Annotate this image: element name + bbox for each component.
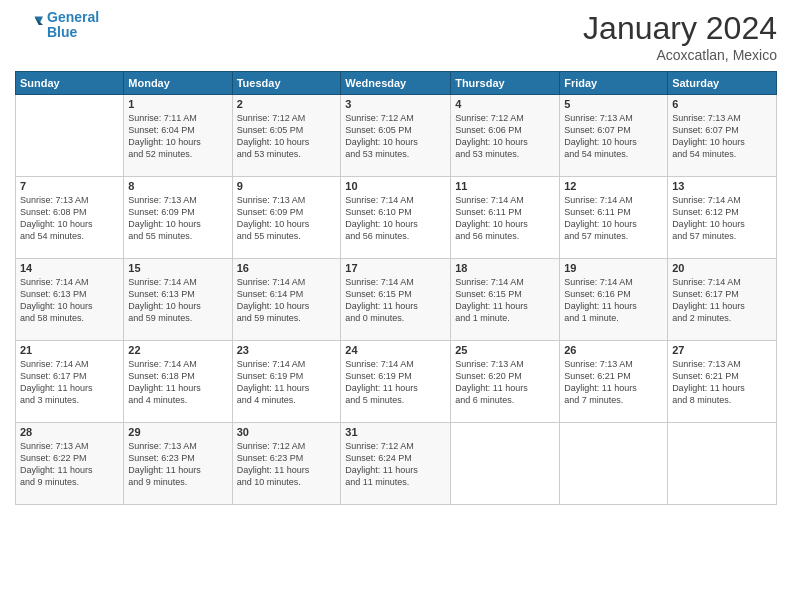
day-cell: 4Sunrise: 7:12 AM Sunset: 6:06 PM Daylig… — [451, 95, 560, 177]
day-cell: 24Sunrise: 7:14 AM Sunset: 6:19 PM Dayli… — [341, 341, 451, 423]
day-number: 18 — [455, 262, 555, 274]
day-number: 9 — [237, 180, 337, 192]
day-info: Sunrise: 7:13 AM Sunset: 6:22 PM Dayligh… — [20, 440, 119, 489]
day-number: 16 — [237, 262, 337, 274]
day-number: 19 — [564, 262, 663, 274]
day-cell: 20Sunrise: 7:14 AM Sunset: 6:17 PM Dayli… — [668, 259, 777, 341]
calendar: SundayMondayTuesdayWednesdayThursdayFrid… — [15, 71, 777, 505]
page: General Blue January 2024 Acoxcatlan, Me… — [0, 0, 792, 612]
day-info: Sunrise: 7:13 AM Sunset: 6:21 PM Dayligh… — [564, 358, 663, 407]
day-cell: 2Sunrise: 7:12 AM Sunset: 6:05 PM Daylig… — [232, 95, 341, 177]
day-info: Sunrise: 7:12 AM Sunset: 6:06 PM Dayligh… — [455, 112, 555, 161]
day-cell: 31Sunrise: 7:12 AM Sunset: 6:24 PM Dayli… — [341, 423, 451, 505]
week-row-5: 28Sunrise: 7:13 AM Sunset: 6:22 PM Dayli… — [16, 423, 777, 505]
location: Acoxcatlan, Mexico — [583, 47, 777, 63]
header-wednesday: Wednesday — [341, 72, 451, 95]
day-info: Sunrise: 7:13 AM Sunset: 6:08 PM Dayligh… — [20, 194, 119, 243]
week-row-2: 7Sunrise: 7:13 AM Sunset: 6:08 PM Daylig… — [16, 177, 777, 259]
day-info: Sunrise: 7:14 AM Sunset: 6:16 PM Dayligh… — [564, 276, 663, 325]
day-number: 30 — [237, 426, 337, 438]
header-monday: Monday — [124, 72, 232, 95]
day-cell: 12Sunrise: 7:14 AM Sunset: 6:11 PM Dayli… — [560, 177, 668, 259]
day-info: Sunrise: 7:14 AM Sunset: 6:18 PM Dayligh… — [128, 358, 227, 407]
week-row-1: 1Sunrise: 7:11 AM Sunset: 6:04 PM Daylig… — [16, 95, 777, 177]
logo-icon — [15, 11, 43, 39]
day-number: 24 — [345, 344, 446, 356]
day-info: Sunrise: 7:11 AM Sunset: 6:04 PM Dayligh… — [128, 112, 227, 161]
day-cell: 30Sunrise: 7:12 AM Sunset: 6:23 PM Dayli… — [232, 423, 341, 505]
day-number: 8 — [128, 180, 227, 192]
day-number: 27 — [672, 344, 772, 356]
day-info: Sunrise: 7:14 AM Sunset: 6:19 PM Dayligh… — [237, 358, 337, 407]
day-info: Sunrise: 7:14 AM Sunset: 6:12 PM Dayligh… — [672, 194, 772, 243]
day-number: 2 — [237, 98, 337, 110]
day-cell: 15Sunrise: 7:14 AM Sunset: 6:13 PM Dayli… — [124, 259, 232, 341]
day-number: 3 — [345, 98, 446, 110]
logo-text: General Blue — [47, 10, 99, 41]
day-info: Sunrise: 7:12 AM Sunset: 6:05 PM Dayligh… — [237, 112, 337, 161]
day-cell: 22Sunrise: 7:14 AM Sunset: 6:18 PM Dayli… — [124, 341, 232, 423]
day-number: 21 — [20, 344, 119, 356]
day-info: Sunrise: 7:13 AM Sunset: 6:07 PM Dayligh… — [672, 112, 772, 161]
header-sunday: Sunday — [16, 72, 124, 95]
title-area: January 2024 Acoxcatlan, Mexico — [583, 10, 777, 63]
day-cell: 7Sunrise: 7:13 AM Sunset: 6:08 PM Daylig… — [16, 177, 124, 259]
day-cell: 16Sunrise: 7:14 AM Sunset: 6:14 PM Dayli… — [232, 259, 341, 341]
day-number: 17 — [345, 262, 446, 274]
day-info: Sunrise: 7:13 AM Sunset: 6:07 PM Dayligh… — [564, 112, 663, 161]
day-info: Sunrise: 7:14 AM Sunset: 6:17 PM Dayligh… — [672, 276, 772, 325]
day-cell: 29Sunrise: 7:13 AM Sunset: 6:23 PM Dayli… — [124, 423, 232, 505]
day-number: 7 — [20, 180, 119, 192]
day-info: Sunrise: 7:12 AM Sunset: 6:23 PM Dayligh… — [237, 440, 337, 489]
day-cell: 28Sunrise: 7:13 AM Sunset: 6:22 PM Dayli… — [16, 423, 124, 505]
day-info: Sunrise: 7:14 AM Sunset: 6:11 PM Dayligh… — [564, 194, 663, 243]
day-number: 20 — [672, 262, 772, 274]
day-info: Sunrise: 7:13 AM Sunset: 6:23 PM Dayligh… — [128, 440, 227, 489]
day-cell — [668, 423, 777, 505]
day-number: 22 — [128, 344, 227, 356]
day-info: Sunrise: 7:12 AM Sunset: 6:24 PM Dayligh… — [345, 440, 446, 489]
day-info: Sunrise: 7:13 AM Sunset: 6:09 PM Dayligh… — [128, 194, 227, 243]
day-number: 29 — [128, 426, 227, 438]
day-cell: 19Sunrise: 7:14 AM Sunset: 6:16 PM Dayli… — [560, 259, 668, 341]
day-number: 4 — [455, 98, 555, 110]
day-cell: 17Sunrise: 7:14 AM Sunset: 6:15 PM Dayli… — [341, 259, 451, 341]
header: General Blue January 2024 Acoxcatlan, Me… — [15, 10, 777, 63]
logo: General Blue — [15, 10, 99, 41]
day-number: 25 — [455, 344, 555, 356]
day-number: 13 — [672, 180, 772, 192]
day-number: 10 — [345, 180, 446, 192]
header-thursday: Thursday — [451, 72, 560, 95]
week-row-4: 21Sunrise: 7:14 AM Sunset: 6:17 PM Dayli… — [16, 341, 777, 423]
day-cell — [16, 95, 124, 177]
day-number: 23 — [237, 344, 337, 356]
day-cell: 23Sunrise: 7:14 AM Sunset: 6:19 PM Dayli… — [232, 341, 341, 423]
month-title: January 2024 — [583, 10, 777, 47]
day-cell: 18Sunrise: 7:14 AM Sunset: 6:15 PM Dayli… — [451, 259, 560, 341]
day-cell: 3Sunrise: 7:12 AM Sunset: 6:05 PM Daylig… — [341, 95, 451, 177]
logo-blue: Blue — [47, 24, 77, 40]
day-info: Sunrise: 7:14 AM Sunset: 6:19 PM Dayligh… — [345, 358, 446, 407]
day-number: 26 — [564, 344, 663, 356]
day-info: Sunrise: 7:14 AM Sunset: 6:15 PM Dayligh… — [455, 276, 555, 325]
day-cell — [560, 423, 668, 505]
day-cell: 6Sunrise: 7:13 AM Sunset: 6:07 PM Daylig… — [668, 95, 777, 177]
logo-general: General — [47, 9, 99, 25]
day-cell: 21Sunrise: 7:14 AM Sunset: 6:17 PM Dayli… — [16, 341, 124, 423]
day-cell — [451, 423, 560, 505]
day-number: 15 — [128, 262, 227, 274]
day-number: 5 — [564, 98, 663, 110]
day-info: Sunrise: 7:12 AM Sunset: 6:05 PM Dayligh… — [345, 112, 446, 161]
day-info: Sunrise: 7:14 AM Sunset: 6:13 PM Dayligh… — [128, 276, 227, 325]
day-info: Sunrise: 7:13 AM Sunset: 6:20 PM Dayligh… — [455, 358, 555, 407]
day-number: 11 — [455, 180, 555, 192]
day-cell: 5Sunrise: 7:13 AM Sunset: 6:07 PM Daylig… — [560, 95, 668, 177]
day-cell: 11Sunrise: 7:14 AM Sunset: 6:11 PM Dayli… — [451, 177, 560, 259]
day-cell: 9Sunrise: 7:13 AM Sunset: 6:09 PM Daylig… — [232, 177, 341, 259]
day-info: Sunrise: 7:13 AM Sunset: 6:09 PM Dayligh… — [237, 194, 337, 243]
day-cell: 26Sunrise: 7:13 AM Sunset: 6:21 PM Dayli… — [560, 341, 668, 423]
week-row-3: 14Sunrise: 7:14 AM Sunset: 6:13 PM Dayli… — [16, 259, 777, 341]
day-cell: 10Sunrise: 7:14 AM Sunset: 6:10 PM Dayli… — [341, 177, 451, 259]
day-number: 14 — [20, 262, 119, 274]
day-number: 6 — [672, 98, 772, 110]
